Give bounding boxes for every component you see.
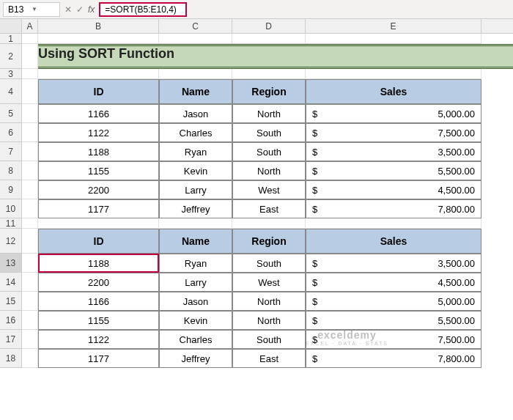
row-header[interactable]: 4 <box>0 79 22 104</box>
cell-sales[interactable]: $7,500.00 <box>306 123 481 142</box>
formula-bar: B13 ▼ ✕ ✓ fx =SORT(B5:E10,4) <box>0 0 513 19</box>
row-header[interactable]: 14 <box>0 273 22 292</box>
cell-id[interactable]: 1155 <box>38 311 159 330</box>
cancel-icon[interactable]: ✕ <box>64 4 72 15</box>
spreadsheet-grid: A B C D E 1 2 3 4 5 6 7 8 9 10 11 12 13 … <box>0 19 513 368</box>
cell-id[interactable]: 1122 <box>38 123 159 142</box>
table-header-region: Region <box>232 79 306 104</box>
name-box-value: B13 <box>8 4 32 15</box>
table-row: 1155 Kevin North $5,500.00 <box>22 161 513 180</box>
row-header[interactable]: 5 <box>0 104 22 123</box>
cell-sales[interactable]: $7,800.00 <box>306 349 481 368</box>
cell-region[interactable]: South <box>232 330 306 349</box>
cell-sales[interactable]: $4,500.00 <box>306 180 481 199</box>
page-title: Using SORT Function <box>38 44 513 69</box>
cell-sales[interactable]: $7,500.00 <box>306 330 481 349</box>
cell-id[interactable]: 1166 <box>38 292 159 311</box>
cell-id[interactable]: 1122 <box>38 330 159 349</box>
cell-name[interactable]: Larry <box>159 180 232 199</box>
cell-id[interactable]: 1166 <box>38 104 159 123</box>
row-header[interactable]: 15 <box>0 292 22 311</box>
row-header[interactable]: 9 <box>0 180 22 199</box>
cell-region[interactable]: East <box>232 349 306 368</box>
cell-id[interactable]: 1155 <box>38 161 159 180</box>
cell-name[interactable]: Jason <box>159 292 232 311</box>
cell-sales[interactable]: $5,000.00 <box>306 104 481 123</box>
table-row: 1177 Jeffrey East $7,800.00 <box>22 349 513 368</box>
table-row: 1166 Jason North $5,000.00 <box>22 292 513 311</box>
row-header[interactable]: 2 <box>0 44 22 69</box>
cell-sales[interactable]: $7,800.00 <box>306 199 481 218</box>
enter-icon[interactable]: ✓ <box>76 4 84 15</box>
table-row: 1122 Charles South $7,500.00 <box>22 123 513 142</box>
table-row: 2200 Larry West $4,500.00 <box>22 273 513 292</box>
table-header-id: ID <box>38 79 159 104</box>
select-all-corner[interactable] <box>0 19 22 33</box>
cell-region[interactable]: West <box>232 273 306 292</box>
col-header-E[interactable]: E <box>306 19 481 33</box>
cell-region[interactable]: South <box>232 142 306 161</box>
formula-text: =SORT(B5:E10,4) <box>105 4 177 15</box>
row-header[interactable]: 6 <box>0 123 22 142</box>
cell-region[interactable]: West <box>232 180 306 199</box>
cells-area[interactable]: Using SORT Function ID Name Region Sales… <box>22 34 513 368</box>
row-header[interactable]: 17 <box>0 330 22 349</box>
table-row: 1155 Kevin North $5,500.00 <box>22 311 513 330</box>
cell-id[interactable]: 1188 <box>38 254 159 273</box>
formula-input[interactable]: =SORT(B5:E10,4) <box>99 2 187 17</box>
row-header[interactable]: 16 <box>0 311 22 330</box>
cell-region[interactable]: South <box>232 254 306 273</box>
row-header[interactable]: 3 <box>0 69 22 79</box>
cell-name[interactable]: Kevin <box>159 311 232 330</box>
table-row: 1188 Ryan South $3,500.00 <box>22 254 513 273</box>
cell-region[interactable]: South <box>232 123 306 142</box>
cell-id[interactable]: 2200 <box>38 273 159 292</box>
table-row: 1122 Charles South $7,500.00 <box>22 330 513 349</box>
row-header[interactable]: 11 <box>0 218 22 229</box>
cell-name[interactable]: Charles <box>159 330 232 349</box>
row-header[interactable]: 7 <box>0 142 22 161</box>
fx-icon[interactable]: fx <box>88 4 99 15</box>
cell-sales[interactable]: $5,500.00 <box>306 311 481 330</box>
cell-region[interactable]: East <box>232 199 306 218</box>
cell-region[interactable]: North <box>232 311 306 330</box>
cell-name[interactable]: Jeffrey <box>159 199 232 218</box>
cell-id[interactable]: 1177 <box>38 349 159 368</box>
table-row: 1188 Ryan South $3,500.00 <box>22 142 513 161</box>
cell-name[interactable]: Jason <box>159 104 232 123</box>
row-header[interactable]: 8 <box>0 161 22 180</box>
cell-id[interactable]: 1188 <box>38 142 159 161</box>
cell-region[interactable]: North <box>232 292 306 311</box>
cell-name[interactable]: Jeffrey <box>159 349 232 368</box>
row-header[interactable]: 1 <box>0 34 22 44</box>
cell-sales[interactable]: $5,500.00 <box>306 161 481 180</box>
cell-id[interactable]: 1177 <box>38 199 159 218</box>
table-row: 1177 Jeffrey East $7,800.00 <box>22 199 513 218</box>
table-header-sales: Sales <box>306 229 481 254</box>
cell-region[interactable]: North <box>232 161 306 180</box>
cell-name[interactable]: Ryan <box>159 254 232 273</box>
cell-name[interactable]: Larry <box>159 273 232 292</box>
cell-name[interactable]: Kevin <box>159 161 232 180</box>
cell-sales[interactable]: $3,500.00 <box>306 254 481 273</box>
cell-id[interactable]: 2200 <box>38 180 159 199</box>
col-header-A[interactable]: A <box>22 19 38 33</box>
cell-name[interactable]: Charles <box>159 123 232 142</box>
col-header-C[interactable]: C <box>159 19 232 33</box>
cell-region[interactable]: North <box>232 104 306 123</box>
row-header[interactable]: 12 <box>0 229 22 254</box>
row-header[interactable]: 13 <box>0 254 22 273</box>
cell-sales[interactable]: $5,000.00 <box>306 292 481 311</box>
name-box-dropdown-icon[interactable]: ▼ <box>32 6 55 12</box>
row-header[interactable]: 18 <box>0 349 22 368</box>
cell-sales[interactable]: $3,500.00 <box>306 142 481 161</box>
cell-name[interactable]: Ryan <box>159 142 232 161</box>
table-row: 1166 Jason North $5,000.00 <box>22 104 513 123</box>
col-header-D[interactable]: D <box>232 19 306 33</box>
row-header[interactable]: 10 <box>0 199 22 218</box>
row-headers: 1 2 3 4 5 6 7 8 9 10 11 12 13 14 15 16 1… <box>0 34 22 368</box>
name-box[interactable]: B13 ▼ <box>3 2 60 17</box>
table-header-sales: Sales <box>306 79 481 104</box>
col-header-B[interactable]: B <box>38 19 159 33</box>
cell-sales[interactable]: $4,500.00 <box>306 273 481 292</box>
